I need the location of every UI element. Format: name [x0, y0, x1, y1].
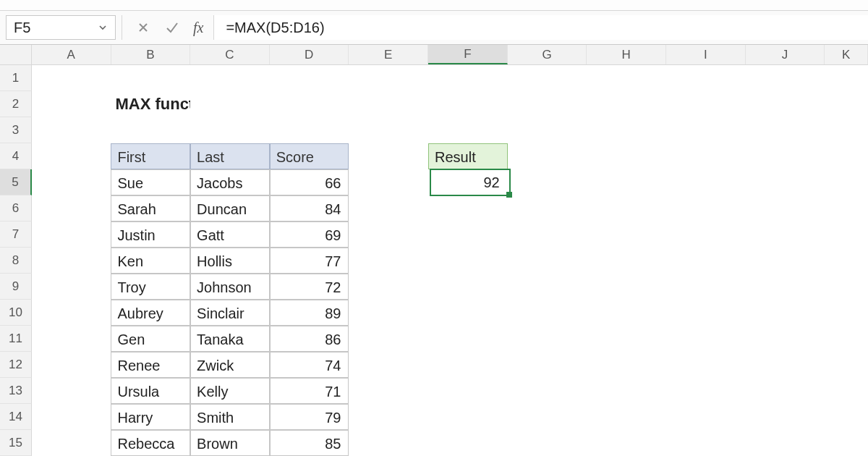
cell[interactable] [428, 300, 508, 326]
row-head[interactable]: 14 [0, 404, 32, 430]
cell[interactable] [32, 221, 111, 248]
cell[interactable] [666, 404, 746, 430]
row-head[interactable]: 4 [0, 143, 32, 169]
cell[interactable] [508, 65, 587, 91]
cell[interactable] [746, 352, 825, 378]
cell[interactable] [508, 430, 587, 456]
cell[interactable] [508, 378, 587, 404]
cell[interactable] [825, 169, 868, 195]
cell[interactable] [746, 326, 825, 352]
cell[interactable] [825, 430, 868, 456]
cell[interactable] [825, 117, 868, 143]
cell-score[interactable]: 77 [270, 248, 349, 274]
header-result[interactable]: Result [428, 143, 508, 169]
col-head-D[interactable]: D [270, 45, 349, 64]
cell[interactable] [349, 117, 428, 143]
cell[interactable] [508, 352, 587, 378]
header-score[interactable]: Score [270, 143, 349, 169]
cell-first[interactable]: Justin [111, 221, 190, 248]
cell[interactable] [746, 65, 825, 91]
cell[interactable] [190, 91, 270, 117]
cell[interactable] [508, 91, 587, 117]
col-head-G[interactable]: G [508, 45, 587, 64]
cell[interactable] [587, 143, 666, 169]
cell[interactable] [587, 274, 666, 300]
row-head[interactable]: 6 [0, 195, 32, 221]
cell[interactable] [508, 326, 587, 352]
cell-last[interactable]: Zwick [190, 352, 270, 378]
cell-score[interactable]: 74 [270, 352, 349, 378]
cell[interactable] [825, 65, 868, 91]
row-head[interactable]: 10 [0, 300, 32, 326]
cell[interactable] [32, 430, 111, 456]
cell[interactable] [666, 326, 746, 352]
enter-check-icon[interactable] [161, 17, 183, 38]
cell[interactable] [349, 65, 428, 91]
cell[interactable] [428, 326, 508, 352]
cell[interactable] [825, 378, 868, 404]
cell[interactable] [349, 378, 428, 404]
cell-score[interactable]: 85 [270, 430, 349, 456]
cell[interactable] [508, 404, 587, 430]
cell-first[interactable]: Renee [111, 352, 190, 378]
cell[interactable] [32, 169, 111, 195]
cell[interactable] [587, 221, 666, 248]
col-head-K[interactable]: K [825, 45, 868, 64]
cell[interactable] [746, 404, 825, 430]
cell[interactable] [666, 117, 746, 143]
cell[interactable] [32, 404, 111, 430]
cell-score[interactable]: 84 [270, 195, 349, 221]
cell[interactable] [349, 169, 428, 195]
cell[interactable] [428, 221, 508, 248]
cell[interactable] [270, 91, 349, 117]
cell-first[interactable]: Rebecca [111, 430, 190, 456]
cell-first[interactable]: Troy [111, 274, 190, 300]
row-head[interactable]: 3 [0, 117, 32, 143]
cell[interactable] [32, 195, 111, 221]
cell[interactable] [349, 91, 429, 117]
cell[interactable] [111, 117, 190, 143]
row-head[interactable]: 2 [0, 91, 32, 117]
cell[interactable] [508, 221, 587, 248]
cell[interactable] [32, 65, 111, 91]
formula-input[interactable]: =MAX(D5:D16) [213, 15, 868, 40]
cell[interactable] [587, 248, 666, 274]
cell[interactable] [587, 169, 666, 195]
cell[interactable] [746, 300, 825, 326]
cell[interactable] [428, 352, 508, 378]
row-head[interactable]: 13 [0, 378, 32, 404]
header-last[interactable]: Last [190, 143, 270, 169]
cell[interactable] [825, 404, 868, 430]
cell[interactable] [666, 143, 746, 169]
cell[interactable] [349, 143, 428, 169]
name-box[interactable]: F5 [6, 15, 116, 40]
row-head[interactable]: 9 [0, 274, 32, 300]
col-head-H[interactable]: H [587, 45, 666, 64]
cell[interactable] [428, 65, 508, 91]
cell[interactable] [428, 378, 508, 404]
cell[interactable] [32, 117, 111, 143]
cell[interactable] [349, 404, 428, 430]
cell-first[interactable]: Harry [111, 404, 190, 430]
row-head[interactable]: 11 [0, 326, 32, 352]
cell[interactable] [587, 404, 666, 430]
cell[interactable] [746, 378, 825, 404]
cell[interactable] [666, 300, 746, 326]
cell[interactable] [508, 195, 587, 221]
cell-score[interactable]: 79 [270, 404, 349, 430]
cell[interactable] [508, 274, 587, 300]
cell[interactable] [825, 248, 868, 274]
cell[interactable] [825, 221, 868, 248]
cell[interactable] [428, 274, 508, 300]
cell[interactable] [508, 143, 587, 169]
cell[interactable] [32, 143, 111, 169]
cell-first[interactable]: Ursula [111, 378, 190, 404]
cell[interactable] [666, 248, 746, 274]
cell[interactable] [111, 65, 190, 91]
cell[interactable] [32, 248, 111, 274]
cell-last[interactable]: Smith [190, 404, 270, 430]
cell[interactable] [428, 117, 508, 143]
cell-last[interactable]: Gatt [190, 221, 270, 248]
cell[interactable] [190, 65, 270, 91]
cell[interactable] [428, 248, 508, 274]
